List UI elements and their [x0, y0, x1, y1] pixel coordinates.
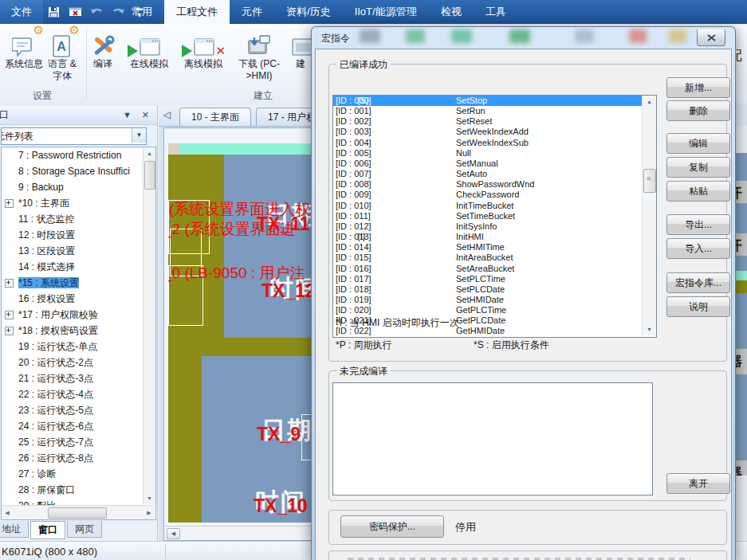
help-button[interactable]: 说明	[666, 296, 730, 317]
macro-row[interactable]: [ID : 011]SetTimeBucket	[333, 211, 642, 221]
tree-item[interactable]: *10 : 主界面	[2, 195, 140, 211]
tree-item[interactable]: 16 : 授权设置	[2, 291, 140, 307]
build-partial-button[interactable]: 建	[289, 28, 313, 70]
scroll-left-icon[interactable]: ◀	[167, 528, 180, 539]
macro-row[interactable]: [ID : 007]SetAuto	[333, 169, 642, 179]
macro-row[interactable]: [ID : 001]SetRun	[333, 106, 642, 116]
macro-list-scrollbar[interactable]: ▲ ▼	[642, 96, 656, 335]
tree-vertical-scrollbar[interactable]: ▲ ▼	[143, 147, 155, 504]
tree-item[interactable]: 24 : 运行状态-6点	[2, 418, 140, 434]
expand-icon[interactable]	[5, 327, 14, 335]
expand-icon[interactable]	[5, 279, 14, 288]
scroll-right-icon[interactable]: ▶	[145, 510, 153, 516]
tree-item[interactable]: 27 : 诊断	[2, 466, 140, 482]
menu-tab[interactable]: 元件	[230, 0, 274, 24]
scroll-left-icon[interactable]: ◀	[3, 510, 11, 516]
macro-row[interactable]: [ID : 003]SetWeekIndexAdd	[333, 127, 642, 137]
panel-tab[interactable]: 窗口	[30, 521, 65, 539]
panel-tab[interactable]: 地址	[0, 521, 29, 538]
macro-row[interactable]: [ID : 016]SetAreaBucket	[333, 264, 642, 274]
macro-row[interactable]: [ID : 004]SetWeekIndexSub	[333, 138, 642, 148]
tree-item[interactable]: 12 : 时段设置	[2, 227, 140, 243]
system-info-button[interactable]: ⚙ 系统信息	[1, 28, 47, 70]
macro-row[interactable]: [ID : 015]InitAreaBucket	[333, 253, 642, 263]
import-button[interactable]: 导入...	[666, 238, 730, 259]
export-button[interactable]: 导出...	[666, 214, 730, 235]
scrollbar-thumb[interactable]	[48, 507, 107, 519]
close-window-icon[interactable]	[68, 5, 82, 19]
uncompiled-list[interactable]	[332, 382, 653, 495]
scroll-down-icon[interactable]: ▼	[643, 327, 656, 332]
macro-row[interactable]: [ID : 013]{I}InitHMI	[333, 232, 642, 242]
tree-horizontal-scrollbar[interactable]: ◀ ▶	[2, 505, 155, 519]
tree-item[interactable]: 9 : Backup	[2, 179, 140, 195]
scroll-up-icon[interactable]: ▲	[643, 99, 656, 104]
panel-tab[interactable]: 网页	[67, 521, 102, 538]
macro-row[interactable]: [ID : 009]CheckPassword	[333, 190, 642, 200]
compile-button[interactable]: 编译	[80, 28, 126, 70]
tree-item[interactable]: *18 : 授权密码设置	[2, 323, 140, 339]
tree-item[interactable]: 11 : 状态监控	[2, 211, 140, 227]
online-simulation-button[interactable]: 在线模拟	[126, 28, 172, 70]
file-menu-button[interactable]: 文件	[0, 0, 43, 24]
download-pc-hmi-button[interactable]: 下载 (PC- >HMI)	[236, 28, 282, 82]
macro-row[interactable]: [ID : 000]{S}SetStop	[333, 96, 642, 106]
undo-icon[interactable]	[89, 5, 104, 19]
tree-item[interactable]: 14 : 模式选择	[2, 259, 140, 275]
hmi-canvas[interactable]: 日期 时间 日期 时间 (系统设置界面进入权 _2 (系统设置界面进 _0 (L…	[168, 143, 311, 523]
expand-icon[interactable]	[5, 311, 14, 319]
macro-row[interactable]: [ID : 017]SetPLCTime	[333, 274, 642, 284]
macro-row[interactable]: [ID : 020]GetPLCTime	[333, 305, 642, 315]
tree-item[interactable]: 25 : 运行状态-7点	[2, 434, 140, 450]
tree-item[interactable]: 19 : 运行状态-单点	[2, 339, 140, 354]
macro-row[interactable]: [ID : 012]InitSysInfo	[333, 221, 642, 232]
menu-tab[interactable]: 工程文件	[164, 0, 230, 24]
dialog-close-button[interactable]	[697, 29, 725, 46]
tree-item[interactable]: 22 : 运行状态-4点	[2, 386, 140, 402]
macro-row[interactable]: [ID : 006]SetManual	[333, 159, 642, 169]
paste-button[interactable]: 粘贴	[666, 181, 730, 202]
macro-row[interactable]: [ID : 014]SetHMITime	[333, 242, 642, 253]
language-font-button[interactable]: A ⚙ 语言 & 字体	[41, 28, 83, 82]
delete-button[interactable]: 删除	[666, 100, 730, 121]
tab-scroll-left-icon[interactable]: ◁	[163, 109, 171, 120]
macro-row[interactable]: [ID : 002]SetReset	[333, 116, 642, 127]
tree-item[interactable]: 20 : 运行状态-2点	[2, 354, 140, 370]
leave-button[interactable]: 离开	[666, 473, 730, 494]
offline-simulation-button[interactable]: ✕ 离线模拟	[180, 28, 226, 70]
new-button[interactable]: 新增...	[666, 77, 730, 98]
panel-collapse-icon[interactable]: ▼	[123, 109, 132, 121]
tree-item[interactable]: 28 : 屏保窗口	[2, 482, 140, 498]
macro-row[interactable]: [ID : 010]InitTimeBucket	[333, 201, 642, 211]
copy-button[interactable]: 复制	[666, 157, 730, 178]
macro-library-button[interactable]: 宏指令库...	[666, 272, 730, 293]
menu-tab[interactable]: 工具	[474, 0, 518, 24]
canvas-horizontal-scrollbar[interactable]: ◀	[165, 526, 312, 539]
macro-row[interactable]: [ID : 018]SetPLCDate	[333, 284, 642, 295]
tree-item[interactable]: 21 : 运行状态-3点	[2, 370, 140, 386]
menu-tab[interactable]: 常用	[120, 0, 164, 24]
chevron-down-icon[interactable]: ▼	[132, 128, 146, 143]
scrollbar-thumb[interactable]	[144, 161, 155, 190]
menu-tab[interactable]: 检视	[429, 0, 474, 24]
panel-close-icon[interactable]: ✕	[142, 109, 149, 121]
tree-item[interactable]: 23 : 运行状态-5点	[2, 402, 140, 418]
expand-icon[interactable]	[5, 199, 14, 208]
save-icon[interactable]	[46, 5, 61, 19]
menu-tab[interactable]: IIoT/能源管理	[343, 0, 429, 24]
macro-list[interactable]: [ID : 000]{S}SetStop[ID : 001]SetRun[ID …	[332, 95, 657, 338]
tree-item[interactable]: 13 : 区段设置	[2, 243, 140, 259]
scrollbar-thumb[interactable]	[643, 169, 656, 193]
tree-item[interactable]: *17 : 用户权限校验	[2, 307, 140, 323]
component-list-dropdown[interactable]: 元件列表 ▼	[1, 127, 147, 145]
macro-row[interactable]: [ID : 008]ShowPasswordWnd	[333, 179, 642, 190]
password-protect-button[interactable]: 密码保护...	[340, 515, 444, 538]
edit-button[interactable]: 编辑	[666, 133, 730, 154]
tree-item[interactable]: 8 : Storage Space Insuffici	[2, 163, 140, 179]
scroll-up-icon[interactable]: ▲	[144, 151, 155, 156]
tree-item[interactable]: 7 : Password Restriction	[2, 147, 140, 163]
macro-row[interactable]: [ID : 019]SetHMIDate	[333, 295, 642, 305]
tree-item[interactable]: 26 : 运行状态-8点	[2, 450, 140, 466]
macro-row[interactable]: [ID : 005]Null	[333, 148, 642, 159]
menu-tab[interactable]: 资料/历史	[274, 0, 343, 24]
